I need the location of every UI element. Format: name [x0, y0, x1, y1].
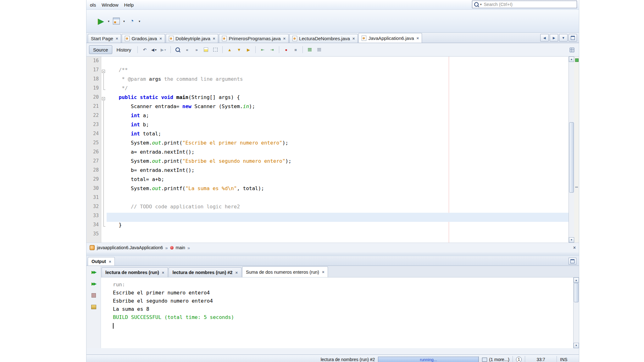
- quick-search-box[interactable]: ▾: [472, 1, 577, 8]
- profile-project-button[interactable]: ◔: [126, 14, 137, 28]
- code-line[interactable]: 35: [86, 231, 569, 240]
- stop-macro-recording-button[interactable]: ■: [291, 45, 300, 54]
- scroll-up-button[interactable]: ▲: [569, 57, 574, 62]
- menu-item-help[interactable]: Help: [121, 2, 137, 8]
- editor-scrollbar[interactable]: ▲ ▼: [569, 57, 574, 243]
- breadcrumb-chevron-icon[interactable]: »: [187, 245, 190, 250]
- close-icon[interactable]: ×: [162, 270, 164, 275]
- minimize-panel-button[interactable]: [569, 258, 576, 265]
- breadcrumb-member[interactable]: main: [176, 245, 185, 250]
- code-area[interactable]: 1617- /**18 * @param args the command li…: [86, 57, 569, 243]
- stop-build-button[interactable]: [89, 291, 98, 300]
- more-processes-label[interactable]: (1 more...): [489, 357, 509, 362]
- insert-mode-cell[interactable]: INS: [557, 356, 578, 362]
- run-dropdown-icon[interactable]: ▾: [107, 19, 110, 23]
- debug-project-button[interactable]: [111, 14, 122, 28]
- find-previous-button[interactable]: «: [183, 45, 192, 54]
- output-tab[interactable]: Suma de dos numeros enteros (run)×: [242, 266, 328, 277]
- rerun-with-options-button[interactable]: ▶▶: [89, 279, 98, 288]
- comment-button[interactable]: [305, 45, 314, 54]
- editor-tab[interactable]: Grados.java×: [122, 34, 165, 43]
- maximize-window-button[interactable]: [569, 34, 577, 41]
- code-line[interactable]: 19 */: [86, 85, 569, 94]
- menu-item-tools[interactable]: ols: [87, 2, 99, 8]
- breadcrumb-class[interactable]: javaapplication6.JavaApplication6: [97, 245, 163, 250]
- start-macro-recording-button[interactable]: ●: [282, 45, 291, 54]
- breadcrumb-chevron-icon[interactable]: »: [165, 245, 168, 250]
- status-notifications-cell[interactable]: 1: [513, 356, 525, 362]
- breadcrumb-close-icon[interactable]: ×: [573, 245, 576, 250]
- next-bookmark-button[interactable]: ▼: [235, 45, 243, 54]
- scrollbar-thumb[interactable]: [574, 283, 579, 302]
- code-line[interactable]: 24 int total;: [86, 131, 569, 140]
- editor-tab[interactable]: Dobleytriple.java×: [166, 34, 218, 43]
- fold-marker[interactable]: -: [101, 94, 107, 103]
- code-line[interactable]: 31: [86, 195, 569, 204]
- scroll-tabs-right-button[interactable]: ▶: [550, 34, 558, 41]
- uncomment-button[interactable]: [315, 45, 324, 54]
- shift-left-button[interactable]: ⇤: [258, 45, 267, 54]
- scrollbar-thumb[interactable]: [569, 122, 574, 193]
- close-icon[interactable]: ×: [417, 36, 419, 41]
- close-icon[interactable]: ×: [353, 36, 355, 41]
- code-line[interactable]: 27 System.out.print("Esbribe el segundo …: [86, 158, 569, 167]
- code-line[interactable]: 16: [86, 58, 569, 67]
- debug-dropdown-icon[interactable]: ▾: [123, 19, 125, 23]
- code-line[interactable]: 25 System.out.print("Escribe el primer n…: [86, 140, 569, 149]
- code-line[interactable]: 30 System.out.printf("La suma es %d\n", …: [86, 185, 569, 195]
- previous-bookmark-button[interactable]: ▲: [225, 45, 234, 54]
- forward-button[interactable]: ▶▾: [159, 45, 168, 54]
- editor-tab[interactable]: PrimerosProgramas.java×: [219, 34, 289, 43]
- output-tab[interactable]: lectura de nombres (run)×: [102, 267, 168, 277]
- ant-settings-button[interactable]: [89, 303, 98, 311]
- code-line[interactable]: 18 * @param args the command line argume…: [86, 76, 569, 85]
- close-icon[interactable]: ×: [283, 36, 286, 41]
- rectangular-selection-button[interactable]: [211, 45, 220, 54]
- close-icon[interactable]: ×: [235, 270, 238, 275]
- notifications-badge[interactable]: 1: [516, 357, 522, 362]
- profile-dropdown-icon[interactable]: ▾: [138, 19, 141, 23]
- output-tab[interactable]: lectura de nombres (run) #2×: [169, 267, 242, 277]
- search-dropdown-icon[interactable]: ▾: [480, 3, 482, 6]
- history-view-button[interactable]: History: [113, 46, 135, 54]
- code-line[interactable]: 22 int a;: [86, 112, 569, 122]
- find-next-button[interactable]: »: [192, 45, 201, 54]
- scroll-tabs-left-button[interactable]: ◀: [540, 34, 549, 41]
- output-scrollbar[interactable]: ▲ ▼: [573, 277, 579, 348]
- code-line[interactable]: 33: [86, 213, 569, 222]
- output-console[interactable]: run:Escribe el primer numero entero4Esbr…: [101, 277, 579, 348]
- error-stripe[interactable]: [574, 57, 579, 243]
- shift-right-button[interactable]: ⇥: [268, 45, 276, 54]
- editor-tab[interactable]: LecturaDeNombres.java×: [289, 34, 358, 43]
- back-button[interactable]: ◀▾: [150, 45, 158, 54]
- fold-toggle-icon[interactable]: -: [102, 97, 105, 100]
- source-view-button[interactable]: Source: [89, 45, 112, 54]
- output-panel-tab[interactable]: Output ×: [88, 257, 115, 266]
- code-line[interactable]: 20- public static void main(String[] arg…: [86, 94, 569, 103]
- code-line[interactable]: 26 a= entrada.nextInt();: [86, 149, 569, 158]
- search-input[interactable]: [483, 2, 575, 7]
- panel-splitter[interactable]: [86, 252, 579, 256]
- rerun-button[interactable]: ▶▶: [89, 268, 98, 277]
- code-line[interactable]: 32 // TODO code application logic here2: [86, 204, 569, 213]
- fold-toggle-icon[interactable]: -: [102, 70, 105, 73]
- next-occurrence-button[interactable]: ▶: [244, 45, 253, 54]
- find-selection-button[interactable]: [173, 45, 182, 54]
- code-line[interactable]: 23 int b;: [86, 122, 569, 131]
- split-document-button[interactable]: [568, 46, 576, 54]
- scroll-down-button[interactable]: ▼: [574, 343, 579, 348]
- code-line[interactable]: 17- /**: [86, 67, 569, 76]
- run-project-button[interactable]: ▶: [95, 14, 107, 28]
- close-icon[interactable]: ×: [322, 270, 325, 274]
- progress-bar[interactable]: running...: [378, 357, 479, 362]
- scroll-down-button[interactable]: ▼: [569, 237, 574, 243]
- close-icon[interactable]: ×: [116, 36, 118, 41]
- scroll-up-button[interactable]: ▲: [574, 277, 579, 283]
- code-line[interactable]: 28 b= entrada.nextInt();: [86, 167, 569, 176]
- code-line[interactable]: 21 Scanner entrada= new Scanner (System.…: [86, 103, 569, 112]
- close-icon[interactable]: ×: [213, 36, 215, 41]
- toggle-highlight-button[interactable]: [202, 45, 210, 54]
- editor-tab[interactable]: Start Page×: [88, 34, 121, 43]
- fold-marker[interactable]: -: [101, 67, 107, 76]
- code-line[interactable]: 29 total= a+b;: [86, 176, 569, 185]
